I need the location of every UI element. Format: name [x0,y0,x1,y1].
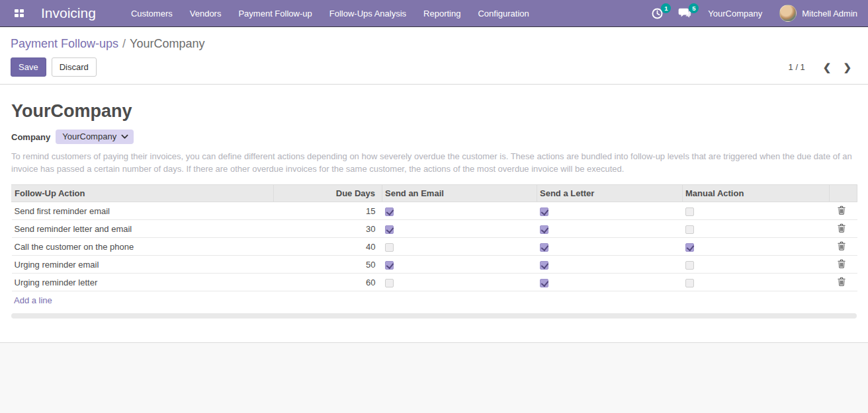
col-header-send-an-email: Send an Email [382,185,537,202]
send-email-checkbox[interactable] [385,243,394,252]
send-email-checkbox[interactable] [385,279,394,287]
chevron-down-icon [121,134,128,139]
pager: 1 / 1 ❮ ❯ [789,60,857,75]
cell-action[interactable]: Urging reminder email [12,256,274,274]
top-navbar: Invoicing Customers Vendors Payment Foll… [0,0,868,27]
col-header-due-days: Due Days [274,185,382,202]
menu-item-vendors[interactable]: Vendors [181,0,230,26]
company-select[interactable]: YourCompany [56,130,134,144]
cell-due-days[interactable]: 50 [274,256,382,274]
control-panel: Payment Follow-ups/YourCompany Save Disc… [0,27,868,85]
activities-button[interactable]: 1 [644,0,671,26]
trash-icon[interactable] [838,206,846,215]
cell-due-days[interactable]: 40 [274,238,382,256]
add-a-line-link[interactable]: Add a line [14,295,52,305]
cell-action[interactable]: Call the customer on the phone [12,238,274,256]
table-row[interactable]: Send reminder letter and email 30 [12,220,857,238]
page-title: YourCompany [11,100,857,122]
send-letter-checkbox[interactable] [540,261,548,270]
send-email-checkbox[interactable] [385,207,394,216]
pager-value: 1 / 1 [789,62,805,72]
user-menu[interactable]: Mitchell Admin [771,0,860,26]
company-switcher[interactable]: YourCompany [699,0,771,26]
form-sheet: YourCompany Company YourCompany To remin… [0,85,868,342]
message-count-badge: 5 [689,3,699,13]
trash-icon[interactable] [838,277,846,286]
manual-action-checkbox[interactable] [685,279,694,287]
trash-icon[interactable] [838,259,846,268]
chevron-left-icon[interactable]: ❮ [817,60,838,75]
manual-action-checkbox[interactable] [685,243,694,252]
col-header-manual-action: Manual Action [683,185,830,202]
table-row[interactable]: Call the customer on the phone 40 [12,238,857,256]
cell-due-days[interactable]: 15 [274,202,382,220]
cell-due-days[interactable]: 30 [274,220,382,238]
manual-action-checkbox[interactable] [685,261,694,270]
company-field-label: Company [11,132,50,142]
col-header-send-a-letter: Send a Letter [537,185,683,202]
company-select-value: YourCompany [62,131,116,141]
main-menu: Customers Vendors Payment Follow-up Foll… [122,0,538,26]
send-email-checkbox[interactable] [385,261,394,270]
page-background [0,342,868,413]
manual-action-checkbox[interactable] [685,207,694,216]
save-button[interactable]: Save [11,57,46,77]
breadcrumb: Payment Follow-ups/YourCompany [11,36,857,52]
user-name: Mitchell Admin [802,9,857,19]
cell-due-days[interactable]: 60 [274,274,382,291]
app-name[interactable]: Invoicing [41,5,96,21]
breadcrumb-current: YourCompany [130,37,204,50]
send-letter-checkbox[interactable] [540,243,548,252]
send-letter-checkbox[interactable] [540,207,548,216]
manual-action-checkbox[interactable] [685,225,694,234]
menu-item-configuration[interactable]: Configuration [469,0,537,26]
send-email-checkbox[interactable] [385,225,394,234]
messages-button[interactable]: 5 [671,0,699,26]
trash-icon[interactable] [838,223,846,233]
chevron-right-icon[interactable]: ❯ [837,60,857,75]
send-letter-checkbox[interactable] [540,279,548,287]
menu-item-customers[interactable]: Customers [122,0,181,26]
cell-action[interactable]: Send first reminder email [12,202,274,220]
cell-action[interactable]: Send reminder letter and email [12,220,274,238]
col-header-follow-up-action: Follow-Up Action [12,185,274,202]
send-letter-checkbox[interactable] [540,225,548,234]
col-header-actions [830,185,857,202]
horizontal-scrollbar[interactable] [11,313,857,319]
help-description: To remind customers of paying their invo… [11,150,857,175]
trash-icon[interactable] [838,241,846,250]
breadcrumb-parent-link[interactable]: Payment Follow-ups [11,37,118,50]
user-avatar [779,5,797,22]
menu-item-reporting[interactable]: Reporting [415,0,469,26]
systray: 1 5 YourCompany Mitchell Admin [644,0,860,26]
apps-menu-icon[interactable] [9,3,29,23]
table-header-row: Follow-Up Action Due Days Send an Email … [12,185,857,202]
table-row[interactable]: Urging reminder letter 60 [12,274,857,291]
sheet-bottom-padding [11,319,857,342]
table-row[interactable]: Urging reminder email 50 [12,256,857,274]
cell-action[interactable]: Urging reminder letter [12,274,274,291]
discard-button[interactable]: Discard [52,57,97,77]
breadcrumb-separator: / [122,37,126,50]
menu-item-follow-ups-analysis[interactable]: Follow-Ups Analysis [321,0,415,26]
followup-levels-table: Follow-Up Action Due Days Send an Email … [11,184,857,291]
activity-count-badge: 1 [661,3,671,13]
table-row[interactable]: Send first reminder email 15 [12,202,857,220]
grid-icon [15,9,24,17]
menu-item-payment-follow-up[interactable]: Payment Follow-up [230,0,320,26]
